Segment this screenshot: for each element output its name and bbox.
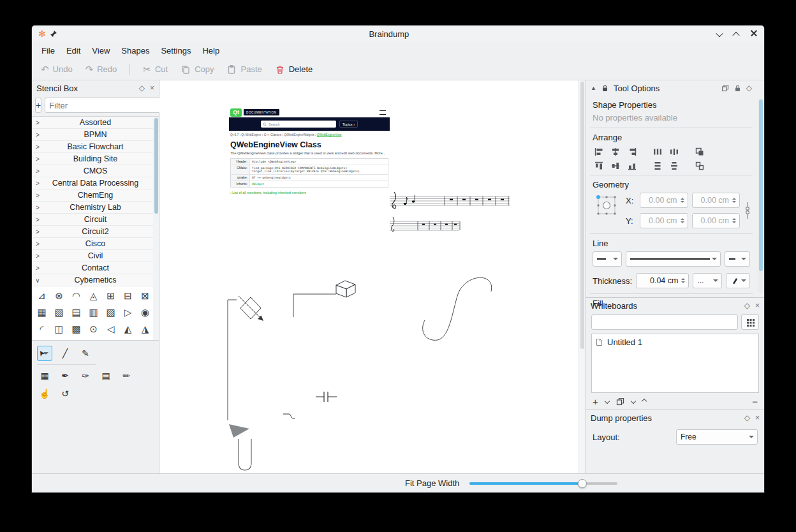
stencil-shape[interactable]: ▤ (68, 304, 85, 321)
distribute-horizontal-center-icon[interactable] (668, 145, 681, 158)
grid-tool-button[interactable]: ▦ (37, 368, 52, 383)
line-end-marker-select[interactable] (725, 251, 750, 267)
grid-view-button[interactable] (741, 314, 759, 330)
squiggle-shape[interactable] (283, 414, 295, 418)
stencil-category[interactable]: >Cisco (32, 238, 159, 250)
distribute-vertical-top-icon[interactable] (651, 159, 664, 172)
test-tube-shape[interactable] (239, 439, 251, 470)
distribute-horizontal-left-icon[interactable] (651, 145, 664, 158)
aspect-ratio-chain-icon[interactable] (745, 200, 750, 221)
ungroup-icon[interactable] (693, 159, 706, 172)
stencil-shape[interactable]: ⊠ (136, 288, 154, 304)
stencil-category[interactable]: >Civil (32, 250, 159, 262)
menu-view[interactable]: View (86, 44, 115, 57)
stencil-shape[interactable]: ◠ (68, 288, 85, 304)
image-tool-button[interactable]: ▤ (98, 368, 114, 383)
cut-button[interactable]: ✂ Cut (143, 64, 168, 74)
minimize-button[interactable] (717, 29, 722, 39)
stencil-shape[interactable]: ▧ (50, 304, 68, 321)
float-panel-button[interactable]: ◇ (139, 84, 145, 92)
stencil-scrollbar[interactable] (153, 117, 159, 340)
align-middle-icon[interactable] (609, 159, 622, 172)
stencil-shape[interactable]: ⊗ (50, 288, 68, 304)
music-staff-shape[interactable] (390, 192, 510, 209)
align-bottom-icon[interactable] (626, 159, 638, 172)
align-right-icon[interactable] (626, 145, 638, 158)
pencil-tool-button[interactable]: ✏ (119, 368, 134, 383)
remove-whiteboard-button[interactable]: − (752, 396, 758, 407)
duplicate-whiteboard-button[interactable] (616, 397, 624, 406)
pan-tool-button[interactable]: ☝ (37, 386, 52, 401)
stencil-category[interactable]: >Contact (32, 262, 159, 274)
menu-edit[interactable]: Edit (61, 44, 86, 57)
triangle-shape[interactable] (229, 424, 249, 438)
stencil-category[interactable]: >Central Data Processing (32, 177, 159, 189)
layout-select[interactable]: Free (676, 429, 758, 445)
thickness-spinbox[interactable]: 0.04 cm (636, 273, 689, 288)
zoom-tool-button[interactable]: ↺ (57, 386, 73, 401)
add-stencil-button[interactable]: + (35, 98, 41, 113)
stencil-category[interactable]: >Circuit2 (32, 226, 159, 238)
float-panel-button[interactable]: ◇ (744, 414, 750, 422)
freehand-tool-button[interactable]: ✎ (78, 346, 93, 361)
undo-button[interactable]: ↶ Undo (41, 64, 73, 74)
stencil-category-cybernetics[interactable]: ∨Cybernetics (32, 274, 159, 286)
close-button[interactable] (750, 29, 758, 39)
connector-line-shape[interactable] (293, 294, 336, 317)
calligraphy-tool-button[interactable]: ✒ (57, 368, 73, 383)
scrollbar-thumb[interactable] (154, 118, 158, 214)
line-tool-button[interactable]: ╱ (57, 346, 73, 361)
s-curve-shape[interactable] (423, 277, 492, 340)
stencil-category[interactable]: >BPMN (32, 129, 159, 141)
redo-button[interactable]: ↷ Redo (85, 64, 117, 74)
add-menu-chevron-icon[interactable] (605, 399, 610, 404)
stencil-shape[interactable]: ▦ (33, 304, 50, 321)
stencil-filter-input[interactable] (45, 98, 166, 113)
stencil-shape[interactable]: ◭ (119, 321, 136, 337)
stencil-shape[interactable]: ◜ (33, 321, 50, 337)
canvas-scrollbar[interactable] (579, 80, 586, 473)
x-position-spinbox[interactable]: 0.00 cm (640, 193, 688, 208)
close-panel-button[interactable]: × (150, 84, 154, 92)
menu-settings[interactable]: Settings (155, 44, 196, 57)
stencil-shape[interactable]: ⊟ (119, 288, 136, 304)
float-panel-icon[interactable] (721, 84, 729, 92)
align-left-icon[interactable] (593, 145, 605, 158)
delete-button[interactable]: Delete (275, 64, 313, 75)
stencil-category[interactable]: >Building Site (32, 153, 159, 165)
maximize-button[interactable] (733, 29, 739, 39)
move-up-button[interactable] (642, 399, 647, 404)
join-style-select[interactable]: ... (693, 273, 722, 288)
height-spinbox[interactable]: 0.00 cm (692, 213, 741, 228)
select-tool-button[interactable]: ➤ (37, 346, 52, 361)
pin-panel-icon[interactable] (734, 84, 741, 92)
app-icon[interactable]: ✻ (38, 29, 46, 39)
distribute-vertical-center-icon[interactable] (668, 159, 681, 172)
align-center-horizontal-icon[interactable] (609, 145, 622, 158)
whiteboard-name-input[interactable] (591, 314, 738, 330)
music-staff-shape[interactable] (390, 217, 460, 232)
capacitor-shape[interactable] (316, 392, 337, 402)
stencil-shape[interactable]: ▩ (68, 321, 85, 337)
whiteboard-list-item[interactable]: Untitled 1 (596, 337, 755, 347)
stencil-shape[interactable]: ◬ (85, 288, 102, 304)
align-top-icon[interactable] (593, 159, 605, 172)
tool-options-scrollbar[interactable] (758, 98, 763, 293)
group-icon[interactable] (693, 145, 706, 158)
stencil-shape[interactable]: ▷ (119, 304, 136, 321)
scrollbar-thumb[interactable] (759, 100, 763, 271)
polyline-shape[interactable] (228, 300, 237, 420)
menu-file[interactable]: File (36, 44, 61, 57)
stencil-shape[interactable]: ▥ (85, 304, 102, 321)
stencil-category[interactable]: >CMOS (32, 165, 159, 177)
stencil-shape[interactable]: ◫ (50, 321, 68, 337)
stencil-category[interactable]: >Basic Flowchart (32, 141, 159, 153)
stencil-shape[interactable]: ◮ (136, 321, 154, 337)
close-panel-button[interactable]: × (755, 414, 760, 422)
line-start-marker-select[interactable] (593, 251, 622, 267)
canvas[interactable]: Qt DOCUMENTATION Search Topics › Qt 6.7 … (159, 80, 586, 473)
stencil-shape[interactable]: ⊿ (33, 288, 50, 304)
stencil-category[interactable]: >Assorted (32, 117, 159, 129)
stencil-shape[interactable]: ◉ (136, 304, 154, 321)
zoom-slider[interactable] (469, 482, 617, 485)
